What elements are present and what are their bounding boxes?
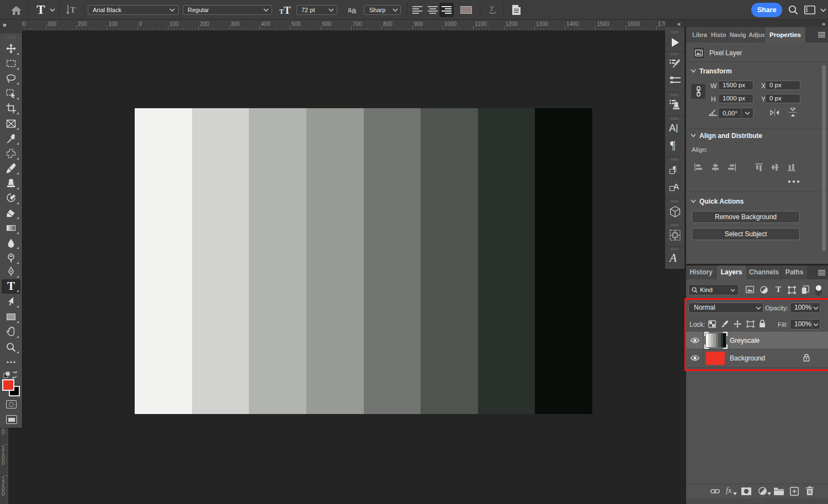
- svg-text:T: T: [490, 5, 494, 13]
- svg-text:T: T: [70, 6, 76, 14]
